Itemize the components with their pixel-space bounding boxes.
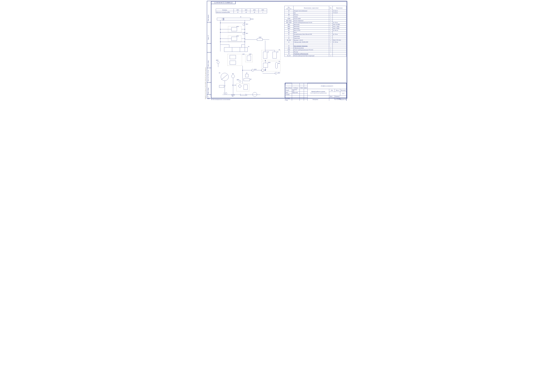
tb-podp: Подп. xyxy=(300,87,304,89)
table-row: А2Джойстик гидравлический: xyxy=(284,53,346,55)
tb-list: Лист xyxy=(288,87,292,89)
valves-val-2: 40 xyxy=(250,11,259,13)
table-row xyxy=(284,43,346,45)
tb-ndoc: № докум. xyxy=(292,87,300,89)
sym-kp4 xyxy=(263,63,268,68)
tb-prov-name: Макин Н.В. xyxy=(292,92,300,94)
table-row: А1Блок питания управления: xyxy=(284,45,346,47)
table-row: ИЛИКлапан ИЛИ1 xyxy=(284,18,346,20)
drawing-number-tab: ГП ММ312.22.00.00.00 Г3 xyxy=(211,1,236,4)
lbl-a1: А1 xyxy=(279,61,280,62)
lbl-a2: А2 xyxy=(279,49,280,50)
bom-head-name: Наименование, марка (тип) xyxy=(293,6,329,10)
drawing-sheet: Перв. примен. Справ. № Подп. и дата Взам… xyxy=(206,0,348,101)
table-row: КО1–КО3Клапан обратный3 xyxy=(284,20,346,22)
tb-tkontr: Т.контр. xyxy=(285,94,292,95)
table-row: Н2Насос1 xyxy=(284,31,346,33)
table-row: ТСТермостат1 xyxy=(284,37,346,39)
table-row: ЦГидроцилиндр 140х80х18001D=140 мм xyxy=(284,41,346,43)
valves-val-0: 35 xyxy=(234,11,242,13)
lbl-ts: ТС xyxy=(246,72,247,74)
table-row: ЗЗатвор1 xyxy=(284,16,346,18)
sym-h2 xyxy=(231,75,235,78)
lbl-kp1: КП1 xyxy=(243,53,245,55)
tb-izm: Изм. xyxy=(285,87,288,89)
sym-ko3 xyxy=(252,69,254,71)
lbl-h1: Н1 xyxy=(219,72,220,73)
tb-title2: Схема гидравлическая принципиальная xyxy=(308,92,329,94)
lbl-mn1: МН1 xyxy=(216,59,218,61)
side-sprav: Справ. № xyxy=(208,27,209,40)
tb-massa: Масса xyxy=(335,89,340,92)
table-row: ВНВентиль1 xyxy=(284,14,346,16)
sym-ak xyxy=(275,62,278,69)
lbl-c: Ц xyxy=(240,16,241,17)
table-row: АТАппарат теплообменный1А=36,9 м² xyxy=(284,10,346,12)
sym-ts xyxy=(245,74,248,77)
side-strip: Перв. примен. Справ. № Подп. и дата Взам… xyxy=(207,1,211,98)
tb-title1: Привод рабочего органа. xyxy=(308,91,329,92)
bom-table: Поз.обозначение Наименование, марка (тип… xyxy=(284,6,346,57)
lbl-at: АТ xyxy=(250,78,252,80)
lbl-ko3: КО3 xyxy=(254,69,257,70)
table-row: КП4Клапан предохранительный ТУ2-0531 xyxy=(284,49,346,51)
tb-scale: 1:1 xyxy=(340,92,346,95)
sym-p1 xyxy=(224,47,247,52)
side-vzam: Взам. инв. № Инв. № дубл. xyxy=(208,53,209,81)
tb-scaleh: Масштаб xyxy=(340,89,346,92)
side-podp2: Подп. и дата xyxy=(208,83,209,94)
sym-p2 xyxy=(263,52,267,58)
lbl-p1: Р1 xyxy=(248,46,249,47)
table-row: Ф1, Ф2Фильтр 1.1.40-252Qном=324 л/мин xyxy=(284,39,346,41)
sym-t xyxy=(225,92,227,94)
lbl-mn3: МН3 xyxy=(278,72,280,73)
tb-razrab: Разраб. xyxy=(285,89,292,92)
sym-ko1 xyxy=(243,33,245,35)
bom-head-qty: Кол. xyxy=(329,6,333,10)
tb-utv: Утв. xyxy=(285,99,292,101)
tb-data: Дата xyxy=(304,87,308,89)
valves-val-1: 40 xyxy=(242,11,250,13)
lbl-t: Т xyxy=(224,92,224,94)
valves-row2-label: Давление настройки,МПа xyxy=(216,11,234,13)
valves-table: Клапаны КП1 КП2 КП3 КП4 Давление настрой… xyxy=(216,9,267,13)
valves-row1-label: Клапаны xyxy=(216,9,234,11)
table-row: Н1Насос A7VO1Q=160 см³ xyxy=(284,29,346,31)
lbl-ili: ИЛИ xyxy=(259,36,261,38)
sym-ko2 xyxy=(243,24,245,26)
table-row: Ф3Фильтр1 xyxy=(284,51,346,53)
table-row: АКГидроаккумулятор1 xyxy=(284,47,346,49)
side-inv: Инв. № подл. xyxy=(208,95,210,99)
tb-razrab-name: Глуханько Р.П. xyxy=(292,89,300,92)
lbl-kp3: КП3 xyxy=(237,26,239,27)
lbl-f12: Ф1, Ф2 xyxy=(232,84,236,86)
lbl-ko1: КО1 xyxy=(246,33,248,34)
footer-right: Формат А3 xyxy=(340,99,346,100)
hydraulic-schematic: Ц КО2 КП3 КО1 КП2 ИЛИ xyxy=(215,17,281,99)
table-row: МН2Манометр1pmax=1 МПа xyxy=(284,26,346,28)
valves-col-kp4: КП4 xyxy=(259,9,267,11)
lbl-kp2: КП2 xyxy=(237,35,239,37)
sym-p3 xyxy=(273,52,277,58)
lbl-p2: Р2 xyxy=(268,51,269,53)
bom-head-pos2: обозначение xyxy=(286,8,292,9)
sym-cylinder xyxy=(217,18,250,20)
drawing-number-top: ГП ММ312.22.00.00.00 Г3 xyxy=(211,1,235,3)
lbl-p3: Р3 xyxy=(277,51,278,53)
watermark: КОМПАС-3D V13 Home (C) ЗАО АСКОН, 1989–2… xyxy=(205,48,206,99)
lbl-b: Б xyxy=(246,94,247,96)
bom-head-note: Примечание xyxy=(333,6,346,10)
tb-prov: Пров. xyxy=(285,92,292,94)
sym-motor xyxy=(252,92,257,97)
valves-col-kp3: КП3 xyxy=(250,9,259,11)
lbl-h2: Н2 xyxy=(232,73,234,74)
table-row: КП1–КП3Клапан предохранительный 510.203d… xyxy=(284,22,346,24)
valves-col-kp1: КП1 xyxy=(234,9,242,11)
lbl-ko2: КО2 xyxy=(246,23,248,25)
lbl-klr: КЛР xyxy=(249,53,251,55)
lbl-vn: ВН xyxy=(232,95,234,97)
table-row: МН3Манометр1pmax=6 МПа xyxy=(284,27,346,29)
tb-listov: Листов 1 xyxy=(335,95,346,97)
tb-nkontr: Н.контр. xyxy=(285,97,292,99)
sym-b xyxy=(240,94,246,96)
